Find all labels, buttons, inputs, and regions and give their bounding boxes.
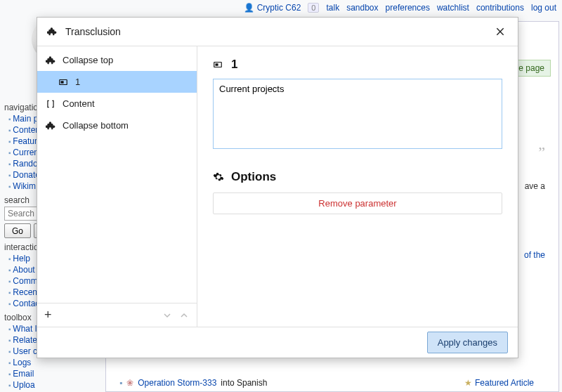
puzzle-icon xyxy=(46,55,55,65)
puzzle-icon xyxy=(46,121,55,131)
outline-item-label: Collapse bottom xyxy=(63,120,129,131)
text-fragment: into Spanish xyxy=(221,378,267,388)
transclusion-dialog: Transclusion Collapse top1ContentCollaps… xyxy=(37,17,518,358)
move-down-button[interactable] xyxy=(162,311,173,320)
add-part-button[interactable]: + xyxy=(44,308,52,322)
outline-item[interactable]: Collapse bottom xyxy=(37,115,197,136)
outline-item[interactable]: Collapse top xyxy=(37,49,197,71)
param-icon xyxy=(213,60,224,70)
nav-item[interactable]: Logs xyxy=(8,358,103,367)
parameter-panel: 1 Options Remove parameter xyxy=(197,46,518,327)
parameter-name-text: 1 xyxy=(231,58,237,72)
close-button[interactable] xyxy=(492,24,508,39)
svg-rect-3 xyxy=(216,63,218,66)
quote-icon: ” xyxy=(538,143,545,162)
outline-item-label: 1 xyxy=(75,77,80,87)
outline-footer: + xyxy=(37,303,197,327)
outline-item-label: Content xyxy=(63,98,95,109)
brackets-icon xyxy=(46,99,55,109)
link-watchlist[interactable]: watchlist xyxy=(437,3,469,13)
chevron-down-icon xyxy=(163,311,171,320)
featured-article-link[interactable]: Featured Article xyxy=(464,378,534,388)
link-contributions[interactable]: contributions xyxy=(476,3,524,13)
outline-item[interactable]: 1 xyxy=(37,71,197,93)
chevron-up-icon xyxy=(180,311,188,320)
link-logout[interactable]: log out xyxy=(531,3,556,13)
apply-changes-button[interactable]: Apply changes xyxy=(427,332,508,353)
article-link[interactable]: Operation Storm-333 xyxy=(138,378,216,388)
username-link[interactable]: Cryptic C62 xyxy=(244,3,301,13)
notification-badge[interactable]: 0 xyxy=(308,3,319,13)
dialog-header: Transclusion xyxy=(37,18,518,46)
parameter-name-label: 1 xyxy=(213,58,502,72)
options-heading-text: Options xyxy=(231,170,276,184)
globe-small-icon: ❀ xyxy=(126,378,133,388)
go-button[interactable]: Go xyxy=(4,223,31,238)
template-outline: Collapse top1ContentCollapse bottom + xyxy=(37,46,197,327)
text-fragment: of the xyxy=(524,250,545,260)
nav-item[interactable]: Uploa xyxy=(8,380,103,390)
svg-rect-1 xyxy=(61,81,64,84)
options-heading: Options xyxy=(213,170,502,184)
gear-icon xyxy=(213,171,224,183)
link-sandbox[interactable]: sandbox xyxy=(346,3,378,13)
dialog-footer: Apply changes xyxy=(37,327,518,358)
text-fragment: ave a xyxy=(525,181,545,191)
link-preferences[interactable]: preferences xyxy=(386,3,430,13)
dialog-title: Transclusion xyxy=(65,26,121,37)
account-links: Cryptic C62 0 talk sandbox preferences w… xyxy=(0,3,562,13)
remove-parameter-button[interactable]: Remove parameter xyxy=(213,192,502,214)
move-up-button[interactable] xyxy=(178,311,190,320)
outline-item[interactable]: Content xyxy=(37,93,197,115)
param-icon xyxy=(58,77,68,87)
outline-item-label: Collapse top xyxy=(63,55,113,65)
parameter-value-input[interactable] xyxy=(213,79,502,149)
close-icon xyxy=(495,27,505,37)
bottom-news-line: ▪ ❀ Operation Storm-333 into Spanish xyxy=(119,378,267,388)
bullet-icon: ▪ xyxy=(119,378,122,388)
link-talk[interactable]: talk xyxy=(326,3,339,13)
puzzle-icon xyxy=(47,27,58,37)
nav-item[interactable]: Email xyxy=(8,369,103,379)
